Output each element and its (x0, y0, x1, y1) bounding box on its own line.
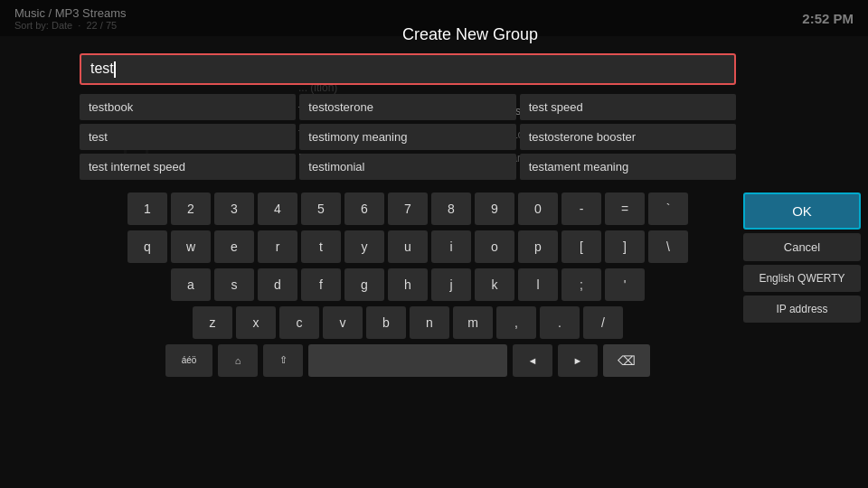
key-r[interactable]: r (258, 230, 297, 263)
arrow-left-key[interactable]: ◄ (513, 344, 552, 377)
key-i[interactable]: i (431, 230, 471, 263)
key-0[interactable]: 0 (518, 192, 558, 225)
shift-key[interactable]: ⇧ (263, 344, 303, 377)
dialog-container: Create New Group test testbook testoster… (72, 25, 868, 488)
key-z[interactable]: z (193, 306, 232, 339)
key-1[interactable]: 1 (127, 192, 167, 225)
keyboard-bottom-row: áéö ⌂ ⇧ ◄ ► ⌫ (80, 344, 736, 377)
key-h[interactable]: h (388, 268, 428, 301)
cancel-button[interactable]: Cancel (743, 233, 861, 261)
backspace-key[interactable]: ⌫ (603, 344, 650, 377)
keyboard-row-qwerty: q w e r t y u i o p [ ] \ (80, 230, 736, 263)
ip-address-button[interactable]: IP address (743, 296, 861, 323)
key-m[interactable]: m (453, 306, 493, 339)
search-input-wrap[interactable]: test (80, 53, 736, 85)
dialog-title: Create New Group (80, 25, 861, 44)
suggestion-item[interactable]: testbook (80, 94, 296, 120)
key-b[interactable]: b (366, 306, 406, 339)
keyboard: 1 2 3 4 5 6 7 8 9 0 - = ` q w e r t (80, 192, 736, 488)
suggestion-item[interactable]: test (80, 124, 296, 150)
keyboard-row-numbers: 1 2 3 4 5 6 7 8 9 0 - = ` (80, 192, 736, 225)
key-rbracket[interactable]: ] (605, 230, 645, 263)
key-2[interactable]: 2 (171, 192, 211, 225)
key-w[interactable]: w (171, 230, 211, 263)
suggestion-item[interactable]: testosterone booster (520, 124, 736, 150)
key-3[interactable]: 3 (214, 192, 254, 225)
key-q[interactable]: q (127, 230, 167, 263)
suggestion-item[interactable]: testimonial (299, 154, 515, 180)
keyboard-row-asdf: a s d f g h j k l ; ' (80, 268, 736, 301)
keyboard-row-zxcv: z x c v b n m , . / (80, 306, 736, 339)
key-backslash[interactable]: \ (648, 230, 688, 263)
key-slash[interactable]: / (583, 306, 623, 339)
key-v[interactable]: v (323, 306, 363, 339)
key-d[interactable]: d (258, 268, 297, 301)
right-panel: OK Cancel English QWERTY IP address (736, 192, 861, 488)
text-cursor (114, 61, 116, 78)
key-equals[interactable]: = (605, 192, 645, 225)
suggestions-grid: testbook testosterone test speed test te… (80, 94, 736, 180)
key-8[interactable]: 8 (431, 192, 471, 225)
space-key[interactable] (308, 344, 507, 377)
key-c[interactable]: c (279, 306, 319, 339)
key-k[interactable]: k (475, 268, 514, 301)
suggestion-item[interactable]: testosterone (299, 94, 515, 120)
key-s[interactable]: s (214, 268, 254, 301)
suggestion-item[interactable]: test speed (520, 94, 736, 120)
key-o[interactable]: o (475, 230, 514, 263)
search-input[interactable]: test (90, 61, 725, 78)
key-u[interactable]: u (388, 230, 428, 263)
arrow-right-key[interactable]: ► (558, 344, 598, 377)
key-semicolon[interactable]: ; (561, 268, 601, 301)
key-5[interactable]: 5 (301, 192, 341, 225)
key-e[interactable]: e (214, 230, 254, 263)
key-minus[interactable]: - (561, 192, 601, 225)
key-y[interactable]: y (344, 230, 384, 263)
key-p[interactable]: p (518, 230, 558, 263)
keyboard-area: 1 2 3 4 5 6 7 8 9 0 - = ` q w e r t (80, 192, 861, 488)
key-a[interactable]: a (171, 268, 211, 301)
suggestion-item[interactable]: testament meaning (520, 154, 736, 180)
key-backtick[interactable]: ` (648, 192, 688, 225)
suggestion-item[interactable]: test internet speed (80, 154, 296, 180)
layout-button[interactable]: English QWERTY (743, 265, 861, 292)
key-l[interactable]: l (518, 268, 558, 301)
key-6[interactable]: 6 (344, 192, 384, 225)
key-period[interactable]: . (540, 306, 580, 339)
key-n[interactable]: n (410, 306, 449, 339)
key-lbracket[interactable]: [ (561, 230, 601, 263)
ok-button[interactable]: OK (743, 192, 861, 230)
key-t[interactable]: t (301, 230, 341, 263)
key-4[interactable]: 4 (258, 192, 297, 225)
key-9[interactable]: 9 (475, 192, 514, 225)
key-quote[interactable]: ' (605, 268, 645, 301)
key-j[interactable]: j (431, 268, 471, 301)
key-comma[interactable]: , (496, 306, 536, 339)
key-x[interactable]: x (236, 306, 276, 339)
key-f[interactable]: f (301, 268, 341, 301)
key-g[interactable]: g (344, 268, 384, 301)
key-7[interactable]: 7 (388, 192, 428, 225)
home-key[interactable]: ⌂ (218, 344, 258, 377)
suggestion-item[interactable]: testimony meaning (299, 124, 515, 150)
accent-key[interactable]: áéö (165, 344, 212, 377)
